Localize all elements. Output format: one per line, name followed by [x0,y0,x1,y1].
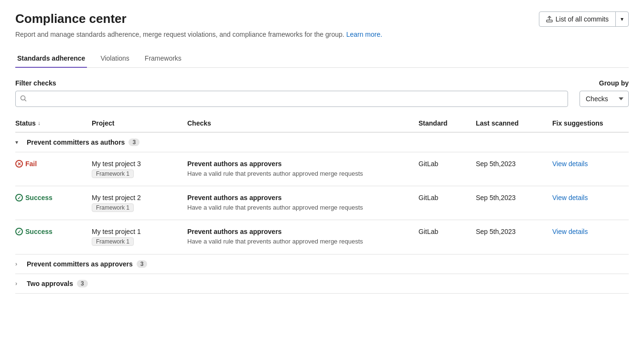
success-icon-2: ✓ [15,228,23,235]
group-by-select[interactable]: Checks Project Standard [580,91,629,107]
check-title-1: Prevent authors as approvers [187,160,419,168]
check-title-3: Prevent authors as approvers [187,228,419,235]
group-by-section: Group by Checks Project Standard [580,79,629,107]
table-container: Status ↓ Project Checks Standard Last sc… [15,115,629,294]
table-row: ✕ Fail My test project 3 Framework 1 Pre… [15,152,629,186]
tabs: Standards adherence Violations Framework… [15,50,629,68]
project-cell-2: My test project 2 Framework 1 [92,194,187,212]
check-cell-3: Prevent authors as approvers Have a vali… [187,228,419,246]
fix-cell-2: View details [552,194,629,201]
group-badge-3: 3 [77,280,88,287]
framework-badge-3: Framework 1 [92,237,134,246]
commits-button-main[interactable]: List of all commits [539,12,616,26]
col-header-status: Status ↓ [15,119,92,127]
view-details-link-3[interactable]: View details [552,228,588,235]
title-section: Compliance center [15,11,127,26]
chevron-right-icon: › [15,261,23,267]
col-header-standard: Standard [419,119,476,127]
search-input-wrapper [15,91,568,107]
commits-button[interactable]: List of all commits ▾ [539,11,629,27]
table-header: Status ↓ Project Checks Standard Last sc… [15,115,629,133]
status-success-2: ✓ Success [15,228,53,235]
last-scanned-cell-1: Sep 5th,2023 [476,160,552,168]
group-row-3[interactable]: › Two approvals 3 [15,274,629,294]
header-row: Compliance center List of all commits ▾ [15,11,629,27]
standard-cell-2: GitLab [419,194,476,201]
page-container: Compliance center List of all commits ▾ … [0,0,644,305]
learn-more-link[interactable]: Learn more. [346,31,382,38]
col-header-checks: Checks [187,119,419,127]
group-title-2: Prevent committers as approvers [27,260,133,268]
fail-icon: ✕ [15,160,23,168]
group-by-label: Group by [580,79,629,87]
success-icon-1: ✓ [15,194,23,201]
view-details-link-1[interactable]: View details [552,160,588,168]
last-scanned-cell-2: Sep 5th,2023 [476,194,552,201]
col-header-project: Project [92,119,187,127]
status-cell-success-2: ✓ Success [15,228,92,235]
check-desc-2: Have a valid rule that prevents author a… [187,203,419,212]
project-cell-1: My test project 3 Framework 1 [92,160,187,178]
table-row: ✓ Success My test project 2 Framework 1 … [15,186,629,220]
status-success-1: ✓ Success [15,194,53,201]
framework-badge-2: Framework 1 [92,203,134,212]
sort-arrow-status[interactable]: ↓ [38,120,41,127]
filters-row: Filter checks Group by Checks Project St… [15,79,629,107]
check-desc-3: Have a valid rule that prevents author a… [187,237,419,246]
group-title-1: Prevent committers as authors [27,138,125,146]
search-icon [20,95,27,103]
filter-label: Filter checks [15,79,568,87]
check-cell-2: Prevent authors as approvers Have a vali… [187,194,419,212]
commits-dropdown-button[interactable]: ▾ [616,12,628,26]
group-row-1[interactable]: ▾ Prevent committers as authors 3 [15,133,629,152]
status-cell-success-1: ✓ Success [15,194,92,201]
fix-cell-1: View details [552,160,629,168]
col-header-fix-suggestions: Fix suggestions [552,119,629,127]
standard-cell-1: GitLab [419,160,476,168]
upload-icon [546,16,553,22]
filter-checks-section: Filter checks [15,79,568,107]
page-title: Compliance center [15,11,127,26]
header-actions: List of all commits ▾ [539,11,629,27]
fix-cell-3: View details [552,228,629,235]
table-row: ✓ Success My test project 1 Framework 1 … [15,220,629,254]
check-title-2: Prevent authors as approvers [187,194,419,201]
view-details-link-2[interactable]: View details [552,194,588,201]
check-cell-1: Prevent authors as approvers Have a vali… [187,160,419,178]
group-badge-2: 3 [137,260,148,268]
project-name-1: My test project 3 [92,160,187,168]
project-name-3: My test project 1 [92,228,187,235]
tab-standards-adherence[interactable]: Standards adherence [15,50,87,68]
group-title-3: Two approvals [27,280,73,287]
tab-violations[interactable]: Violations [98,50,131,68]
framework-badge-1: Framework 1 [92,169,134,178]
search-input[interactable] [15,91,568,107]
standard-cell-3: GitLab [419,228,476,235]
project-cell-3: My test project 1 Framework 1 [92,228,187,246]
svg-rect-0 [547,20,552,22]
group-badge-1: 3 [129,138,140,146]
tab-frameworks[interactable]: Frameworks [143,50,183,68]
last-scanned-cell-3: Sep 5th,2023 [476,228,552,235]
chevron-right-icon-2: › [15,280,23,287]
subtitle: Report and manage standards adherence, m… [15,31,629,38]
group-row-2[interactable]: › Prevent committers as approvers 3 [15,254,629,274]
project-name-2: My test project 2 [92,194,187,201]
status-cell-fail: ✕ Fail [15,160,92,168]
col-header-last-scanned: Last scanned [476,119,552,127]
chevron-down-icon: ▾ [15,139,23,146]
status-fail: ✕ Fail [15,160,37,168]
check-desc-1: Have a valid rule that prevents author a… [187,169,419,178]
